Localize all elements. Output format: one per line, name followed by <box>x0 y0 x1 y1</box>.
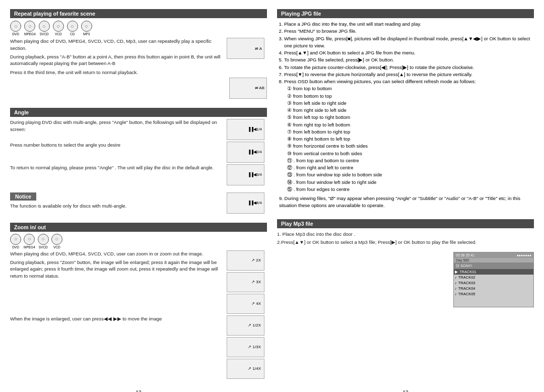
from-num-7: ⑦ <box>287 129 292 135</box>
zoom-diag-4x: ↗ 4X <box>227 294 264 314</box>
from-item-4: ④ from right side to left side <box>287 107 382 114</box>
jpg-section: Playing JPG file Place a JPG disc into t… <box>277 9 534 209</box>
right-page-number: 13 <box>277 386 534 392</box>
jpg-step-3: When viewing JPG file, press[■], picture… <box>284 35 534 50</box>
mp3-track5-label: TRACK05 <box>458 292 475 296</box>
angle-diag-box3: ▐▐◀3/4 <box>227 164 264 185</box>
zoom-vcd-icon: VCD <box>51 234 62 249</box>
from-text-14: . from four window left side to right si… <box>294 179 377 185</box>
notice-section: Notice The function is available only fo… <box>10 192 267 214</box>
mp3-time: 05 36 25 41 <box>456 253 474 257</box>
from-num-12: ⑫ <box>287 165 292 170</box>
jpg-step-4: Press[▲▼] and OK button to select a JPG … <box>284 49 534 56</box>
zoom-diag-3x: ↗ 3X <box>227 272 264 292</box>
angle-text1: During playing DVD disc with multi-angle… <box>10 119 224 133</box>
mp3-track-4: ♪ TRACK04 <box>454 286 533 291</box>
diag-ab-label: ⇌ AB <box>255 86 264 90</box>
from-text-4: from right side to left side <box>293 107 347 113</box>
zoom-diag-2x: ↗ 2X <box>227 250 264 271</box>
jpg-step-8: Press OSD button when viewing pictures, … <box>284 78 534 85</box>
jpg-step9-text: During viewing files, "Ø" may appear whe… <box>279 195 520 208</box>
notice-text: The function is available only for discs… <box>10 203 223 210</box>
jpg-step-5: To browse JPG file selected, press[▶] or… <box>284 56 534 63</box>
zoom-diag-1-2x: ↗ 1/2X <box>227 315 264 336</box>
from-num-13: ⑬ <box>287 172 292 177</box>
notice-content: Notice The function is available only fo… <box>10 192 223 210</box>
zoom-bottom-row: When the image is enlarged, user can pre… <box>10 315 267 379</box>
jpg-step-2: Press "MENU" to browse JPG file. <box>284 28 534 35</box>
angle-row2: Press number buttons to select the angle… <box>10 142 267 163</box>
repeat-section: Repeat playing of favorite scene DVD MPE… <box>10 9 267 99</box>
zoom-header: Zoom in/ out <box>10 223 267 232</box>
from-num-14: ⑭ <box>287 179 292 185</box>
from-item-3: ③ from left side to right side <box>287 100 382 107</box>
diag-a-label: ⇌ A <box>255 46 262 51</box>
dvd-icon: DVD <box>10 21 21 36</box>
from-text-9: from horizontal centre to both sides <box>293 143 368 149</box>
mp3-screen: 05 36 25 41 ●●●●●●● Day 585 ⊡ SONY\ ▶ T <box>453 252 534 307</box>
mp3-track-3: ♪ TRACK03 <box>454 280 533 286</box>
jpg-header: Playing JPG file <box>277 9 534 18</box>
from-item-6: ⑥ from right top to left bottom <box>287 121 382 128</box>
svcd-icon: SVCD <box>39 21 50 36</box>
from-item-7: ⑦ from left bottom to right top <box>287 128 382 136</box>
from-lists-row: ① from top to bottom ② from bottom to to… <box>282 85 534 193</box>
angle-diag2: ▐▐◀2/4 <box>227 142 267 163</box>
zoom-svcd-icon: SVCD <box>38 234 49 249</box>
jpg-step-7: Press[▼] to reverse the picture horizont… <box>284 71 534 78</box>
from-text-15: . from four edges to centre <box>294 186 350 192</box>
mp3-day: Day 585 <box>454 258 533 263</box>
mp3-folder-label: ⊡ SONY\ <box>456 264 472 268</box>
zoom-text3-block: When the image is enlarged, user can pre… <box>10 315 224 322</box>
from-item-11: ⑪ . from top and bottom to centre <box>287 157 382 164</box>
mp3-track4-icon: ♪ <box>455 286 457 291</box>
angle-text2-block: Press number buttons to select the angle… <box>10 142 224 149</box>
repeat-diagrams: ⇌ A <box>227 38 267 59</box>
from-text-3: from left side to right side <box>293 100 347 106</box>
from-item-8: ⑧ from right bottom to left top <box>287 136 382 143</box>
from-item-2: ② from bottom to top <box>287 93 382 100</box>
left-column: Repeat playing of favorite scene DVD MPE… <box>10 9 267 392</box>
zoom-text1: When playing disc of DVD, MPEG4, SVCD, V… <box>10 250 224 257</box>
from-text-5: from left top to right bottom <box>293 114 351 120</box>
mp3-day-label: Day 585 <box>456 258 469 262</box>
from-num-6: ⑥ <box>287 122 292 127</box>
from-text-6: from right top to left bottom <box>293 122 351 127</box>
mp3-track-2: ♪ TRACK02 <box>454 275 533 280</box>
mpeg4-icon: MPEG4 <box>24 21 36 36</box>
from-num-4: ④ <box>287 107 292 113</box>
diag-ab: ⇌ AB <box>229 78 267 99</box>
from-item-10: ⑩ from vertical centre to both sides <box>287 150 382 157</box>
from-text-1: from top to bottom <box>293 86 332 91</box>
from-num-11: ⑪ <box>287 158 292 163</box>
from-text-11: . from top and bottom to centre <box>294 158 359 163</box>
mp3-folder: ⊡ SONY\ <box>454 263 533 269</box>
angle-row1: During playing DVD disc with multi-angle… <box>10 119 267 140</box>
from-item-14: ⑭ . from four window left side to right … <box>287 179 382 186</box>
vcd-icon: VCD <box>53 21 64 36</box>
from-item-5: ⑤ from left top to right bottom <box>287 114 382 121</box>
zoom-dvd-icon: DVD <box>10 234 21 249</box>
angle-diag2-label: ▐▐◀2/4 <box>248 150 262 154</box>
from-num-5: ⑤ <box>287 114 292 120</box>
from-text-12: . from right and left to centre <box>294 165 354 170</box>
jpg-step-6: To rotate the picture counter-clockwise,… <box>284 64 534 71</box>
notice-diag-label: ▐▐◀4/4 <box>248 201 262 205</box>
from-item-12: ⑫ . from right and left to centre <box>287 164 382 171</box>
zoom-diagrams: ↗ 2X ↗ 3X ↗ 4X <box>227 250 267 314</box>
zoom-discs: DVD MPEG4 SVCD VCD <box>10 234 267 249</box>
zoom-text2: During playback, press "Zoom" button, th… <box>10 259 224 280</box>
mp3-track4-label: TRACK04 <box>458 286 475 291</box>
from-text-13: . from four window top side to bottom si… <box>294 172 382 177</box>
zoom-content: DVD MPEG4 SVCD VCD <box>10 234 267 379</box>
jpg-step9: 9. During viewing files, "Ø" may appear … <box>277 195 534 209</box>
zoom-diag-1-3x: ↗ 1/3X <box>227 337 264 357</box>
zoom-main-row: When playing disc of DVD, MPEG4, SVCD, V… <box>10 250 267 314</box>
angle-text2: Press number buttons to select the angle… <box>10 142 224 149</box>
jpg-step-1: Place a JPG disc into the tray, the unit… <box>284 21 534 28</box>
from-text-7: from left bottom to right top <box>293 129 351 135</box>
angle-text3: To return to normal playing, please pres… <box>10 164 224 171</box>
mp3-track3-icon: ♪ <box>455 281 457 285</box>
from-num-15: ⑮ <box>287 186 292 192</box>
zoom-text-block: When playing disc of DVD, MPEG4, SVCD, V… <box>10 250 224 280</box>
